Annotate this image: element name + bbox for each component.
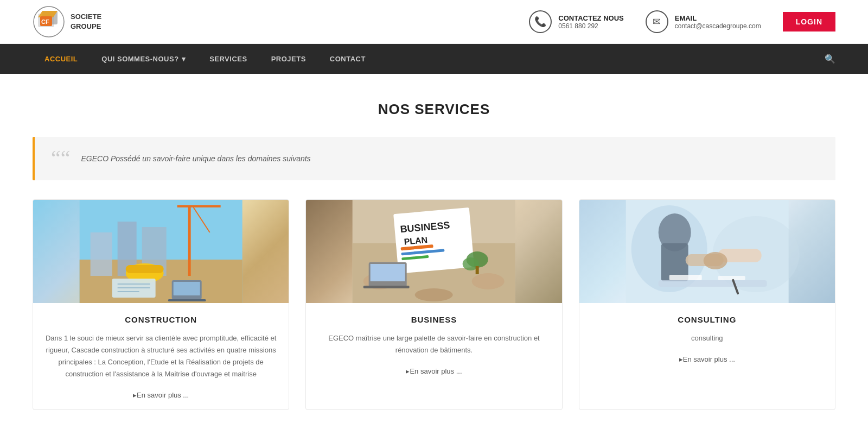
svg-rect-15 bbox=[126, 265, 164, 273]
header-top: CF SOCIETE GROUPE 📞 CONTACTEZ NOUS 0561 … bbox=[0, 0, 868, 44]
svg-rect-21 bbox=[174, 282, 200, 295]
business-title: BUSINESS bbox=[317, 315, 551, 324]
cards-grid: CONSTRUCTION Dans 1 le souci de mieux se… bbox=[33, 199, 835, 410]
consulting-card-body: CONSULTING consulting ▸En savoir plus ..… bbox=[579, 303, 835, 374]
quote-block: ““ EGECO Possédé un savoir-faire unique … bbox=[33, 137, 835, 180]
service-card-business: BUSINESS PLAN bbox=[305, 199, 562, 410]
search-icon[interactable]: 🔍 bbox=[825, 54, 835, 64]
quote-text: EGECO Possédé un savoir-faire unique dan… bbox=[81, 154, 311, 163]
section-title: NOS SERVICES bbox=[33, 101, 835, 118]
nav-item-projets[interactable]: PROJETS bbox=[259, 44, 318, 74]
svg-rect-49 bbox=[669, 275, 701, 280]
svg-point-33 bbox=[415, 288, 453, 301]
logo: CF SOCIETE GROUPE bbox=[33, 5, 101, 38]
svg-point-32 bbox=[472, 273, 505, 289]
consulting-image bbox=[579, 200, 835, 303]
business-scene: BUSINESS PLAN bbox=[306, 200, 561, 303]
svg-rect-50 bbox=[718, 276, 745, 280]
consulting-description: consulting bbox=[590, 332, 824, 344]
construction-title: CONSTRUCTION bbox=[44, 315, 278, 324]
svg-rect-22 bbox=[168, 299, 206, 301]
nav-item-accueil[interactable]: ACCUEIL bbox=[33, 44, 90, 74]
business-read-more[interactable]: ▸En savoir plus ... bbox=[406, 367, 462, 375]
header-contacts: 📞 CONTACTEZ NOUS 0561 880 292 ✉ EMAIL co… bbox=[529, 10, 835, 33]
consulting-title: CONSULTING bbox=[590, 315, 824, 324]
svg-rect-11 bbox=[188, 205, 191, 276]
svg-rect-48 bbox=[658, 280, 767, 287]
svg-text:CF: CF bbox=[41, 18, 49, 25]
nav-item-qui-sommes-nous[interactable]: QUI SOMMES-NOUS? ▾ bbox=[90, 44, 197, 74]
phone-value: 0561 880 292 bbox=[558, 22, 623, 30]
business-image: BUSINESS PLAN bbox=[306, 200, 561, 303]
main-content: NOS SERVICES ““ EGECO Possédé un savoir-… bbox=[0, 74, 868, 435]
business-card-body: BUSINESS EGECO maîtrise une large palett… bbox=[306, 303, 561, 386]
service-card-consulting: CONSULTING consulting ▸En savoir plus ..… bbox=[579, 199, 835, 410]
email-value: contact@cascadegroupe.com bbox=[675, 22, 761, 30]
construction-description: Dans 1 le souci de mieux servir sa clien… bbox=[44, 332, 278, 380]
construction-card-body: CONSTRUCTION Dans 1 le souci de mieux se… bbox=[33, 303, 289, 409]
svg-rect-39 bbox=[363, 286, 410, 288]
email-label: EMAIL bbox=[675, 14, 761, 22]
quote-marks-icon: ““ bbox=[51, 148, 71, 169]
svg-rect-12 bbox=[177, 205, 221, 207]
logo-text: SOCIETE GROUPE bbox=[71, 12, 101, 31]
chevron-down-icon: ▾ bbox=[182, 55, 186, 63]
consulting-scene bbox=[579, 200, 835, 303]
service-card-construction: CONSTRUCTION Dans 1 le souci de mieux se… bbox=[33, 199, 289, 410]
svg-rect-36 bbox=[476, 266, 479, 274]
nav-item-services[interactable]: SERVICES bbox=[197, 44, 259, 74]
nav-item-contact[interactable]: CONTACT bbox=[318, 44, 378, 74]
phone-contact: 📞 CONTACTEZ NOUS 0561 880 292 bbox=[529, 10, 623, 33]
nav-links: ACCUEIL QUI SOMMES-NOUS? ▾ SERVICES PROJ… bbox=[33, 44, 378, 74]
navbar: ACCUEIL QUI SOMMES-NOUS? ▾ SERVICES PROJ… bbox=[0, 44, 868, 74]
login-button[interactable]: LOGIN bbox=[783, 12, 835, 31]
phone-icon: 📞 bbox=[529, 10, 552, 33]
email-icon: ✉ bbox=[646, 10, 668, 33]
logo-icon: CF bbox=[33, 5, 65, 38]
phone-label: CONTACTEZ NOUS bbox=[558, 14, 623, 22]
email-contact: ✉ EMAIL contact@cascadegroupe.com bbox=[646, 10, 761, 33]
svg-point-47 bbox=[703, 252, 727, 269]
consulting-read-more[interactable]: ▸En savoir plus ... bbox=[679, 355, 735, 363]
construction-read-more[interactable]: ▸En savoir plus ... bbox=[133, 391, 189, 399]
svg-rect-38 bbox=[371, 264, 405, 281]
construction-image bbox=[33, 200, 289, 303]
svg-rect-8 bbox=[91, 232, 112, 276]
construction-scene bbox=[33, 200, 289, 303]
business-description: EGECO maîtrise une large palette de savo… bbox=[317, 332, 551, 356]
